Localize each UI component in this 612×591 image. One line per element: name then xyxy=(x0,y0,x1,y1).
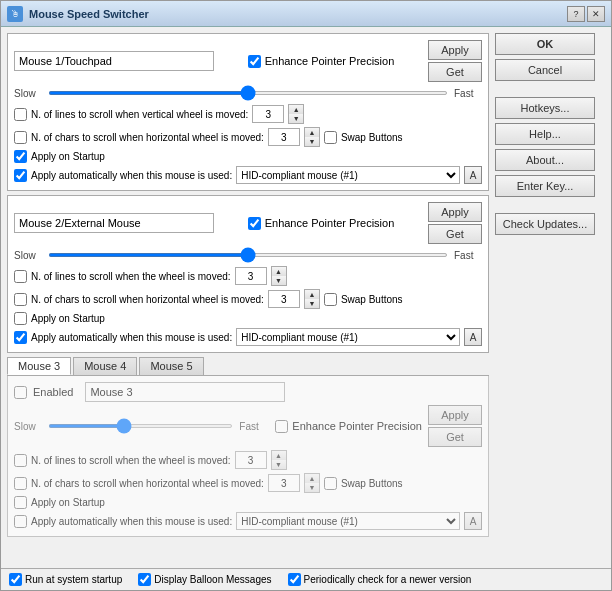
mouse1-swap-checkbox[interactable] xyxy=(324,131,337,144)
mouse2-vscroll-down[interactable]: ▼ xyxy=(272,276,286,285)
help-button[interactable]: Help... xyxy=(495,123,595,145)
mouse2-vscroll-input[interactable] xyxy=(235,267,267,285)
mouse2-hscroll-down[interactable]: ▼ xyxy=(305,299,319,308)
mouse1-hscroll-checkbox[interactable] xyxy=(14,131,27,144)
run-startup-check: Run at system startup xyxy=(9,573,122,586)
mouse1-vscroll-spin: ▲ ▼ xyxy=(288,104,304,124)
mouse3-fast-label: Fast xyxy=(239,421,267,432)
mouse2-vscroll-checkbox[interactable] xyxy=(14,270,27,283)
mouse3-vscroll-spin: ▲ ▼ xyxy=(271,450,287,470)
mouse3-apply-button[interactable]: Apply xyxy=(428,405,482,425)
mouse1-vscroll-label: N. of lines to scroll when vertical whee… xyxy=(31,109,248,120)
mouse1-a-button[interactable]: A xyxy=(464,166,482,184)
mouse1-hscroll-spin: ▲ ▼ xyxy=(304,127,320,147)
mouse1-startup-label: Apply on Startup xyxy=(31,151,105,162)
mouse1-apply-button[interactable]: Apply xyxy=(428,40,482,60)
mouse3-auto-checkbox[interactable] xyxy=(14,515,27,528)
mouse3-hscroll-down[interactable]: ▼ xyxy=(305,483,319,492)
bottom-bar: Run at system startup Display Balloon Me… xyxy=(1,568,611,590)
mouse2-hscroll-up[interactable]: ▲ xyxy=(305,290,319,299)
mouse1-hscroll-input[interactable] xyxy=(268,128,300,146)
mouse3-hscroll-spin: ▲ ▼ xyxy=(304,473,320,493)
mouse3-vscroll-up[interactable]: ▲ xyxy=(272,451,286,460)
tab-mouse5[interactable]: Mouse 5 xyxy=(139,357,203,375)
mouse1-fast-label: Fast xyxy=(454,88,482,99)
mouse1-vscroll-up[interactable]: ▲ xyxy=(289,105,303,114)
mouse1-hscroll-down[interactable]: ▼ xyxy=(305,137,319,146)
mouse1-auto-row: Apply automatically when this mouse is u… xyxy=(14,166,482,184)
left-panel: Enhance Pointer Precision Apply Get Slow… xyxy=(7,33,489,562)
tab-mouse4[interactable]: Mouse 4 xyxy=(73,357,137,375)
mouse3-hid-select[interactable]: HID-compliant mouse (#1) xyxy=(236,512,460,530)
mouse2-auto-row: Apply automatically when this mouse is u… xyxy=(14,328,482,346)
mouse1-hid-select[interactable]: HID-compliant mouse (#1) xyxy=(236,166,460,184)
mouse3-startup-row: Apply on Startup xyxy=(14,496,482,509)
mouse1-enhance-checkbox[interactable] xyxy=(248,55,261,68)
mouse2-swap-checkbox[interactable] xyxy=(324,293,337,306)
mouse3-hscroll-input[interactable] xyxy=(268,474,300,492)
mouse2-hscroll-input[interactable] xyxy=(268,290,300,308)
mouse1-vscroll-checkbox[interactable] xyxy=(14,108,27,121)
mouse1-swap-label: Swap Buttons xyxy=(341,132,403,143)
mouse1-vscroll-input[interactable] xyxy=(252,105,284,123)
mouse3-hscroll-row: N. of chars to scroll when horizontal wh… xyxy=(14,473,482,493)
mouse2-auto-checkbox[interactable] xyxy=(14,331,27,344)
mouse2-slider-container xyxy=(48,247,448,263)
mouse3-hscroll-up[interactable]: ▲ xyxy=(305,474,319,483)
mouse2-enhance-checkbox[interactable] xyxy=(248,217,261,230)
mouse3-vscroll-down[interactable]: ▼ xyxy=(272,460,286,469)
mouse2-hscroll-checkbox[interactable] xyxy=(14,293,27,306)
mouse1-name-input[interactable] xyxy=(14,51,214,71)
mouse2-name-row: Enhance Pointer Precision Apply Get xyxy=(14,202,482,244)
help-title-button[interactable]: ? xyxy=(567,6,585,22)
mouse2-startup-checkbox[interactable] xyxy=(14,312,27,325)
mouse3-enhance-checkbox[interactable] xyxy=(275,420,288,433)
ok-button[interactable]: OK xyxy=(495,33,595,55)
cancel-button[interactable]: Cancel xyxy=(495,59,595,81)
mouse3-get-button[interactable]: Get xyxy=(428,427,482,447)
mouse2-auto-label: Apply automatically when this mouse is u… xyxy=(31,332,232,343)
mouse2-vscroll-up[interactable]: ▲ xyxy=(272,267,286,276)
mouse1-section: Enhance Pointer Precision Apply Get Slow… xyxy=(7,33,489,191)
mouse2-get-button[interactable]: Get xyxy=(428,224,482,244)
mouse2-enhance-row: Enhance Pointer Precision xyxy=(248,217,395,230)
title-bar: 🖱 Mouse Speed Switcher ? ✕ xyxy=(1,1,611,27)
mouse1-hscroll-up[interactable]: ▲ xyxy=(305,128,319,137)
mouse2-hid-select[interactable]: HID-compliant mouse (#1) xyxy=(236,328,460,346)
tab-mouse3[interactable]: Mouse 3 xyxy=(7,357,71,375)
check-updates-button[interactable]: Check Updates... xyxy=(495,213,595,235)
mouse3-a-button[interactable]: A xyxy=(464,512,482,530)
mouse3-hscroll-label: N. of chars to scroll when horizontal wh… xyxy=(31,478,264,489)
display-balloon-check: Display Balloon Messages xyxy=(138,573,271,586)
hotkeys-button[interactable]: Hotkeys... xyxy=(495,97,595,119)
mouse2-hscroll-row: N. of chars to scroll when horizontal wh… xyxy=(14,289,482,309)
mouse3-hscroll-checkbox[interactable] xyxy=(14,477,27,490)
mouse3-enabled-checkbox[interactable] xyxy=(14,386,27,399)
mouse2-vscroll-row: N. of lines to scroll when the wheel is … xyxy=(14,266,482,286)
mouse3-vscroll-input[interactable] xyxy=(235,451,267,469)
window-title: Mouse Speed Switcher xyxy=(29,8,149,20)
mouse3-startup-checkbox[interactable] xyxy=(14,496,27,509)
mouse1-get-button[interactable]: Get xyxy=(428,62,482,82)
mouse1-auto-checkbox[interactable] xyxy=(14,169,27,182)
mouse3-speed-slider[interactable] xyxy=(48,424,233,428)
mouse3-vscroll-checkbox[interactable] xyxy=(14,454,27,467)
display-balloon-checkbox[interactable] xyxy=(138,573,151,586)
mouse1-speed-slider[interactable] xyxy=(48,91,448,95)
mouse3-name-input[interactable] xyxy=(85,382,285,402)
mouse2-apply-button[interactable]: Apply xyxy=(428,202,482,222)
close-title-button[interactable]: ✕ xyxy=(587,6,605,22)
mouse3-swap-checkbox[interactable] xyxy=(324,477,337,490)
mouse2-a-button[interactable]: A xyxy=(464,328,482,346)
mouse2-speed-slider[interactable] xyxy=(48,253,448,257)
about-button[interactable]: About... xyxy=(495,149,595,171)
mouse2-slow-label: Slow xyxy=(14,250,42,261)
periodic-checkbox[interactable] xyxy=(288,573,301,586)
run-startup-checkbox[interactable] xyxy=(9,573,22,586)
mouse1-vscroll-down[interactable]: ▼ xyxy=(289,114,303,123)
enter-key-button[interactable]: Enter Key... xyxy=(495,175,595,197)
mouse3-vscroll-row: N. of lines to scroll when the wheel is … xyxy=(14,450,482,470)
mouse1-startup-checkbox[interactable] xyxy=(14,150,27,163)
mouse2-name-input[interactable] xyxy=(14,213,214,233)
mouse345-section: Mouse 3 Mouse 4 Mouse 5 Enabled Slow xyxy=(7,357,489,537)
